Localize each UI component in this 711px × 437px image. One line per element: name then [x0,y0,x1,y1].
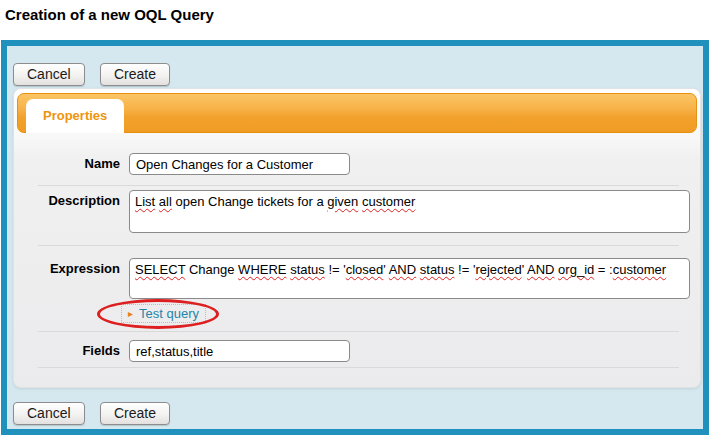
oql-query-dialog: Cancel Create Properties Name Descriptio… [1,40,709,435]
create-button-bottom[interactable]: Create [100,402,170,425]
fields-label: Fields [14,340,129,358]
description-textarea[interactable]: List all open Change tickets for a given… [129,190,690,233]
cancel-button-top[interactable]: Cancel [13,63,85,86]
tab-bar: Properties [17,93,697,133]
tab-properties[interactable]: Properties [26,99,124,133]
page: Creation of a new OQL Query Cancel Creat… [0,0,711,437]
name-input[interactable] [129,153,350,175]
resize-handle[interactable] [680,232,690,233]
separator [38,367,679,368]
test-query-label: Test query [139,306,199,321]
create-button-top[interactable]: Create [100,63,170,86]
separator [38,185,679,186]
cancel-button-bottom[interactable]: Cancel [13,402,85,425]
description-label: Description [14,190,129,208]
page-title: Creation of a new OQL Query [5,6,214,23]
properties-panel: Properties Name Description List all ope… [13,88,701,388]
expression-label: Expression [14,258,129,276]
expression-textarea[interactable]: SELECT Change WHERE status != 'closed' A… [129,258,690,299]
separator [38,245,679,246]
fields-input[interactable] [129,340,350,362]
test-query-link[interactable]: ▸ Test query [121,304,206,323]
resize-handle[interactable] [680,298,690,299]
separator [38,331,679,332]
triangle-right-icon: ▸ [128,307,133,320]
name-label: Name [14,153,129,171]
